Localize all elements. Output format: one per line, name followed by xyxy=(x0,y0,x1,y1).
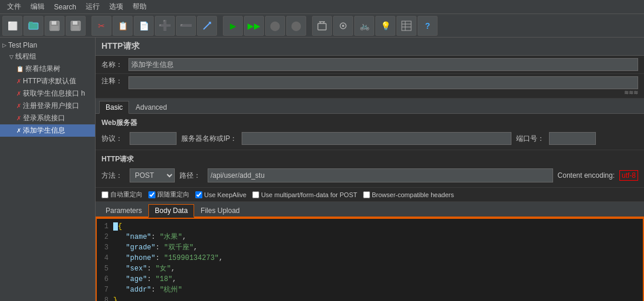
sidebar-item-label: 线程组 xyxy=(15,52,36,62)
tab-basic[interactable]: Basic xyxy=(99,101,129,114)
check-multipart[interactable]: Use multipart/form-data for POST xyxy=(252,191,357,198)
cut-button[interactable]: ✂ xyxy=(91,16,111,36)
sidebar-item-label: 注册登录用户接口 xyxy=(23,101,79,111)
body-tabs: Parameters Body Data Files Upload xyxy=(96,202,644,218)
bike-button[interactable]: 🚲 xyxy=(354,16,374,36)
sidebar-item-label: Test Plan xyxy=(8,41,37,49)
annotation-input[interactable] xyxy=(128,76,638,89)
section-title: HTTP请求 xyxy=(96,38,644,56)
line-number: 8 xyxy=(99,295,109,301)
svg-rect-9 xyxy=(318,23,326,30)
sidebar-item-add-student[interactable]: ✗ 添加学生信息 xyxy=(0,124,95,137)
auto-redirect-label: 自动重定向 xyxy=(110,190,143,199)
method-select[interactable]: POST GET PUT DELETE xyxy=(130,168,175,182)
annotation-row: 注释： ≋≋≋ xyxy=(96,74,644,99)
code-content: "age": "18", xyxy=(113,274,177,285)
code-line-1: 1 { xyxy=(99,221,640,232)
main-tabs: Basic Advanced xyxy=(96,99,644,114)
sidebar-item-label: 添加学生信息 xyxy=(23,126,65,136)
new-button[interactable]: ⬜ xyxy=(2,16,22,36)
save-as-button[interactable] xyxy=(66,16,86,36)
copy-button[interactable]: 📋 xyxy=(113,16,133,36)
code-content: { xyxy=(113,221,122,232)
code-content: "sex": "女", xyxy=(113,263,175,274)
tab-body-data[interactable]: Body Data xyxy=(148,204,194,218)
code-line-2: 2 "name": "水果", xyxy=(99,232,640,242)
annotation-label: 注释： xyxy=(101,76,125,86)
sidebar-item-view-results[interactable]: 📋 察看结果树 xyxy=(0,63,95,75)
keepalive-checkbox[interactable] xyxy=(195,191,202,198)
tab-parameters[interactable]: Parameters xyxy=(99,204,148,217)
table-button[interactable] xyxy=(396,16,416,36)
code-line-7: 7 "addr": "杭州" xyxy=(99,285,640,295)
menu-file[interactable]: 文件 xyxy=(2,2,26,12)
check-keepalive[interactable]: Use KeepAlive xyxy=(195,191,246,198)
run-all-button[interactable]: ▶▶ xyxy=(244,16,264,36)
stop-button[interactable]: ⬤ xyxy=(265,16,285,36)
svg-rect-15 xyxy=(402,21,411,31)
menu-search[interactable]: Search xyxy=(49,3,81,11)
menubar: 文件 编辑 Search 运行 选项 帮助 xyxy=(0,0,644,14)
svg-rect-3 xyxy=(52,21,56,25)
open-button[interactable] xyxy=(23,16,43,36)
run-button[interactable]: ▶ xyxy=(223,16,243,36)
protocol-label: 协议： xyxy=(101,134,125,144)
method-row: 方法： POST GET PUT DELETE 路径： Content enco… xyxy=(101,166,638,185)
line-number: 2 xyxy=(99,232,109,242)
browser-compat-label: Browser-compatible headers xyxy=(372,191,454,198)
lamp-button[interactable]: 💡 xyxy=(375,16,395,36)
auto-redirect-checkbox[interactable] xyxy=(101,191,109,198)
path-input[interactable] xyxy=(208,168,553,182)
protocol-input[interactable] xyxy=(130,132,177,145)
code-editor[interactable]: 1 { 2 "name": "水果", 3 "grade": "双千座", 4 … xyxy=(96,218,644,301)
method-label: 方法： xyxy=(101,171,125,181)
code-content: "grade": "双千座", xyxy=(113,242,198,253)
sidebar-item-register[interactable]: ✗ 注册登录用户接口 xyxy=(0,100,95,112)
multipart-checkbox[interactable] xyxy=(252,191,259,198)
code-line-5: 5 "sex": "女", xyxy=(99,263,640,274)
name-label: 名称： xyxy=(101,60,125,70)
server-label: 服务器名称或IP： xyxy=(181,134,237,144)
browser-compat-checkbox[interactable] xyxy=(363,191,370,198)
http-request-title: HTTP请求 xyxy=(101,153,638,166)
menu-help[interactable]: 帮助 xyxy=(128,2,151,12)
web-server-title: Web服务器 xyxy=(101,116,638,130)
menu-options[interactable]: 选项 xyxy=(104,2,128,12)
encoding-label: Content encoding: xyxy=(558,171,615,180)
menu-run[interactable]: 运行 xyxy=(81,2,104,12)
sidebar-item-login[interactable]: ✗ 登录系统接口 xyxy=(0,112,95,124)
check-follow-redirect[interactable]: 跟随重定向 xyxy=(148,190,189,199)
clear-button[interactable] xyxy=(312,16,332,36)
sidebar-item-label: 获取学生信息接口 h xyxy=(23,89,85,99)
help-button[interactable]: ? xyxy=(418,16,438,36)
settings-button[interactable] xyxy=(333,16,353,36)
check-browser-compat[interactable]: Browser-compatible headers xyxy=(363,191,454,198)
tab-advanced[interactable]: Advanced xyxy=(129,101,173,113)
follow-redirect-checkbox[interactable] xyxy=(148,191,155,198)
sidebar-item-test-plan[interactable]: ▷ Test Plan xyxy=(0,40,95,50)
code-content: "phone": "15990134273", xyxy=(113,253,223,263)
login-icon: ✗ xyxy=(16,115,21,121)
sidebar-item-http-default[interactable]: ✗ HTTP请求默认值 xyxy=(0,75,95,87)
menu-edit[interactable]: 编辑 xyxy=(26,2,49,12)
sidebar-item-thread-group[interactable]: ▽ 线程组 xyxy=(0,50,95,63)
sidebar-item-label: HTTP请求默认值 xyxy=(23,76,76,86)
tab-files-upload[interactable]: Files Upload xyxy=(194,204,246,217)
check-auto-redirect[interactable]: 自动重定向 xyxy=(101,190,143,199)
code-line-6: 6 "age": "18", xyxy=(99,274,640,285)
save-button[interactable] xyxy=(45,16,65,36)
stop-all-button[interactable]: ⬤ xyxy=(286,16,306,36)
minus-button[interactable]: ➖ xyxy=(176,16,196,36)
port-input[interactable] xyxy=(549,132,596,145)
line-number: 6 xyxy=(99,274,109,285)
sidebar-item-get-student[interactable]: ✗ 获取学生信息接口 h xyxy=(0,87,95,100)
paste-button[interactable]: 📄 xyxy=(134,16,154,36)
add-button[interactable]: ➕ xyxy=(155,16,175,36)
code-line-3: 3 "grade": "双千座", xyxy=(99,242,640,253)
encoding-value[interactable]: utf-8 xyxy=(619,170,638,181)
edit-button[interactable] xyxy=(197,16,217,36)
name-input[interactable] xyxy=(128,58,638,71)
server-input[interactable] xyxy=(242,132,511,145)
annotation-resize-handle[interactable]: ≋≋≋ xyxy=(128,89,638,96)
code-content: "name": "水果", xyxy=(113,232,187,242)
